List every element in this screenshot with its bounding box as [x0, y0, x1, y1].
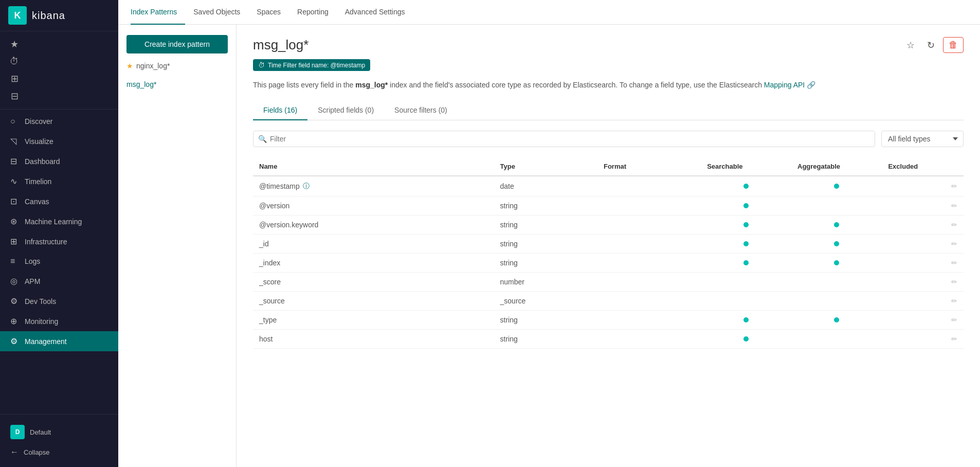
- edit-field-icon[interactable]: ✏: [951, 240, 957, 248]
- visualize-icon: ◹: [10, 136, 25, 146]
- field-excluded-cell: [882, 292, 945, 311]
- edit-field-icon[interactable]: ✏: [951, 221, 957, 229]
- info-icon[interactable]: ⓘ: [303, 182, 310, 191]
- tab-reporting[interactable]: Reporting: [289, 0, 337, 25]
- sidebar-item-label-canvas: Canvas: [25, 197, 49, 206]
- field-searchable-cell: [701, 235, 791, 254]
- tab-saved-objects[interactable]: Saved Objects: [185, 0, 248, 25]
- field-type-select[interactable]: All field types: [881, 131, 964, 147]
- sidebar-bottom: D Default ← Collapse: [0, 414, 118, 467]
- edit-field-icon[interactable]: ✏: [951, 259, 957, 267]
- sidebar-item-machine-learning[interactable]: ⊛ Machine Learning: [0, 211, 118, 231]
- aggregatable-dot: [834, 260, 839, 265]
- sidebar-item-logs[interactable]: ≡ Logs: [0, 252, 118, 271]
- field-name-cell: _type: [253, 311, 494, 330]
- star-icon: ★: [126, 62, 133, 70]
- field-aggregatable-cell: [791, 311, 882, 330]
- sidebar-item-label-apm: APM: [25, 277, 40, 285]
- edit-field-icon[interactable]: ✏: [951, 297, 957, 305]
- field-edit-cell: ✏: [945, 330, 964, 349]
- sidebar: K kibana ★ ⏱ ⊞ ⊟ ○ Discover ◹ Visualize …: [0, 0, 118, 467]
- trash-icon: 🗑: [949, 40, 958, 50]
- edit-field-icon[interactable]: ✏: [951, 202, 957, 210]
- sidebar-default-space[interactable]: D Default: [8, 421, 110, 443]
- field-searchable-cell: [701, 196, 791, 215]
- discover-icon: ○: [10, 117, 25, 126]
- sidebar-icon-star[interactable]: ★: [0, 35, 118, 53]
- searchable-dot: [743, 336, 749, 342]
- tab-advanced-settings[interactable]: Advanced Settings: [337, 0, 413, 25]
- page-content: Create index pattern ★ nginx_log* msg_lo…: [118, 25, 980, 467]
- sidebar-item-label-discover: Discover: [25, 117, 52, 125]
- sidebar-icon-history[interactable]: ⏱: [0, 53, 118, 70]
- sidebar-item-management[interactable]: ⚙ Management: [0, 331, 118, 351]
- field-format-cell: [597, 254, 701, 273]
- sidebar-item-discover[interactable]: ○ Discover: [0, 112, 118, 131]
- sidebar-item-dev-tools[interactable]: ⚙ Dev Tools: [0, 291, 118, 311]
- star-outline-icon: ☆: [906, 40, 915, 50]
- searchable-dot: [743, 317, 749, 322]
- table-row: _type string ✏: [253, 311, 964, 330]
- sidebar-item-timelion[interactable]: ∿ Timelion: [0, 171, 118, 191]
- field-excluded-cell: [882, 235, 945, 254]
- tab-fields[interactable]: Fields (16): [253, 101, 307, 120]
- refresh-button[interactable]: ↻: [923, 38, 939, 53]
- field-format-cell: [597, 292, 701, 311]
- sidebar-item-apm[interactable]: ◎ APM: [0, 271, 118, 291]
- edit-field-icon[interactable]: ✏: [951, 316, 957, 324]
- filter-bar: 🔍 All field types: [253, 131, 964, 147]
- create-index-pattern-button[interactable]: Create index pattern: [126, 35, 228, 53]
- edit-field-icon[interactable]: ✏: [951, 335, 957, 343]
- field-edit-cell: ✏: [945, 235, 964, 254]
- field-name-text: _type: [259, 316, 277, 324]
- field-name-cell: _source: [253, 292, 494, 311]
- field-format-cell: [597, 215, 701, 235]
- canvas-icon: ⊡: [10, 196, 25, 206]
- top-nav: Index Patterns Saved Objects Spaces Repo…: [118, 0, 980, 25]
- field-searchable-cell: [701, 176, 791, 196]
- sidebar-item-visualize[interactable]: ◹ Visualize: [0, 131, 118, 151]
- field-name-cell: @timestamp ⓘ: [253, 176, 494, 196]
- filter-input[interactable]: [253, 131, 875, 147]
- sidebar-collapse-button[interactable]: ← Collapse: [8, 443, 110, 461]
- sidebar-item-label-monitoring: Monitoring: [25, 317, 58, 326]
- field-searchable-cell: [701, 311, 791, 330]
- edit-field-icon[interactable]: ✏: [951, 278, 957, 286]
- sidebar-icon-grid[interactable]: ⊞: [0, 70, 118, 87]
- field-aggregatable-cell: [791, 273, 882, 292]
- table-row: _score number ✏: [253, 273, 964, 292]
- kibana-logo-text: kibana: [32, 10, 65, 22]
- sidebar-icon-dev[interactable]: ⊟: [0, 87, 118, 105]
- aggregatable-dot: [834, 241, 839, 246]
- field-searchable-cell: [701, 254, 791, 273]
- tab-spaces[interactable]: Spaces: [248, 0, 289, 25]
- favorite-button[interactable]: ☆: [902, 38, 919, 53]
- tab-index-patterns[interactable]: Index Patterns: [131, 0, 185, 25]
- col-header-searchable: Searchable: [701, 157, 791, 176]
- mapping-api-link[interactable]: Mapping API: [764, 81, 805, 89]
- edit-field-icon[interactable]: ✏: [951, 182, 957, 190]
- index-pattern-item-msg-log[interactable]: msg_log*: [126, 78, 228, 91]
- col-header-name: Name: [253, 157, 494, 176]
- col-header-excluded: Excluded: [882, 157, 945, 176]
- dashboard-icon: ⊟: [10, 156, 25, 166]
- field-type-cell: date: [494, 176, 597, 196]
- dev-icon: ⊟: [8, 91, 21, 102]
- field-name-text: @version.keyword: [259, 221, 318, 229]
- sidebar-item-label-management: Management: [25, 337, 67, 346]
- field-name-text: @timestamp: [259, 182, 300, 190]
- field-format-cell: [597, 273, 701, 292]
- field-excluded-cell: [882, 254, 945, 273]
- delete-button[interactable]: 🗑: [943, 37, 964, 53]
- sidebar-item-infrastructure[interactable]: ⊞ Infrastructure: [0, 231, 118, 252]
- field-name-cell: host: [253, 330, 494, 349]
- tab-source-filters[interactable]: Source filters (0): [384, 101, 458, 120]
- table-row: @version.keyword string ✏: [253, 215, 964, 235]
- sidebar-item-canvas[interactable]: ⊡ Canvas: [0, 191, 118, 211]
- tab-scripted-fields[interactable]: Scripted fields (0): [307, 101, 384, 120]
- sidebar-item-monitoring[interactable]: ⊕ Monitoring: [0, 311, 118, 331]
- sidebar-item-dashboard[interactable]: ⊟ Dashboard: [0, 151, 118, 171]
- index-pattern-item-nginx[interactable]: ★ nginx_log*: [126, 60, 228, 72]
- grid-icon: ⊞: [8, 73, 21, 84]
- search-icon: 🔍: [258, 135, 267, 143]
